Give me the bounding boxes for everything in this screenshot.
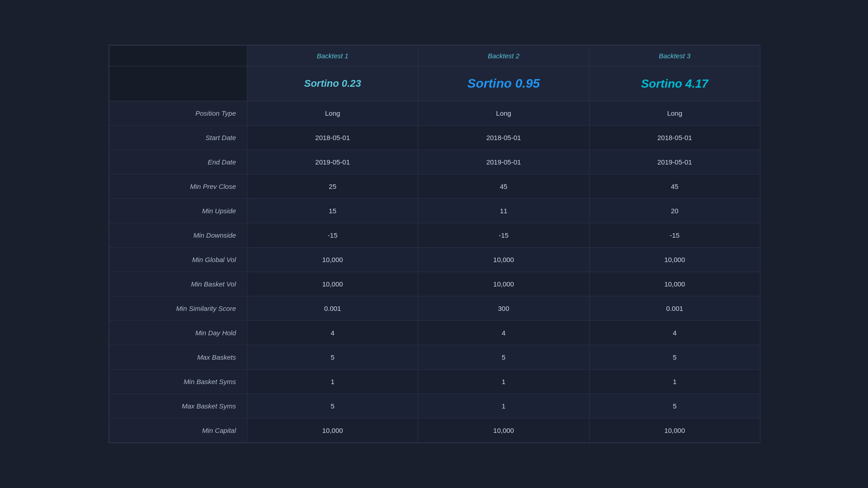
row-value-bt2: Long [418,101,589,126]
row-value-bt1: 5 [247,345,418,370]
row-value-bt3: 45 [589,174,760,199]
sortino-label-empty [109,66,247,101]
table-row: Min Downside-15-15-15 [109,223,760,248]
row-value-bt3: 2019-05-01 [589,150,760,174]
row-value-bt1: 10,000 [247,272,418,296]
row-value-bt3: 10,000 [589,418,760,443]
row-value-bt3: 5 [589,394,760,418]
row-value-bt1: Long [247,101,418,126]
table-row: Min Basket Vol10,00010,00010,000 [109,272,760,296]
row-label: Min Day Hold [109,321,247,345]
row-label: Min Basket Syms [109,370,247,394]
table-row: Min Prev Close254545 [109,174,760,199]
row-label: Max Basket Syms [109,394,247,418]
row-value-bt1: 5 [247,394,418,418]
table-row: Max Baskets555 [109,345,760,370]
row-value-bt3: 20 [589,199,760,223]
row-value-bt3: 4 [589,321,760,345]
row-value-bt2: -15 [418,223,589,248]
title-label-empty [109,46,247,66]
row-value-bt2: 4 [418,321,589,345]
row-label: End Date [109,150,247,174]
table-row: Min Upside151120 [109,199,760,223]
row-value-bt2: 1 [418,394,589,418]
row-value-bt2: 10,000 [418,418,589,443]
row-label: Min Downside [109,223,247,248]
backtest-2-sortino: Sortino 0.95 [418,66,589,101]
row-value-bt1: 15 [247,199,418,223]
row-label: Min Similarity Score [109,296,247,321]
row-label: Start Date [109,126,247,150]
row-label: Min Capital [109,418,247,443]
row-value-bt1: 4 [247,321,418,345]
row-value-bt3: 2018-05-01 [589,126,760,150]
table-row: End Date2019-05-012019-05-012019-05-01 [109,150,760,174]
backtest-1-sortino: Sortino 0.23 [247,66,418,101]
row-value-bt3: 1 [589,370,760,394]
row-value-bt2: 2018-05-01 [418,126,589,150]
row-value-bt2: 10,000 [418,272,589,296]
sortino-row: Sortino 0.23 Sortino 0.95 Sortino 4.17 [109,66,760,101]
row-value-bt1: 1 [247,370,418,394]
row-value-bt1: 10,000 [247,418,418,443]
row-value-bt3: 10,000 [589,248,760,272]
row-value-bt2: 1 [418,370,589,394]
table-row: Max Basket Syms515 [109,394,760,418]
table-row: Position TypeLongLongLong [109,101,760,126]
row-value-bt3: -15 [589,223,760,248]
row-value-bt2: 11 [418,199,589,223]
row-value-bt1: 2019-05-01 [247,150,418,174]
row-value-bt3: Long [589,101,760,126]
row-label: Position Type [109,101,247,126]
row-value-bt1: 10,000 [247,248,418,272]
row-value-bt2: 10,000 [418,248,589,272]
backtest-1-title: Backtest 1 [247,46,418,66]
row-label: Min Basket Vol [109,272,247,296]
row-value-bt1: 0.001 [247,296,418,321]
row-label: Min Prev Close [109,174,247,199]
row-value-bt2: 300 [418,296,589,321]
table-row: Min Global Vol10,00010,00010,000 [109,248,760,272]
row-value-bt2: 45 [418,174,589,199]
row-value-bt1: 25 [247,174,418,199]
row-label: Min Upside [109,199,247,223]
row-value-bt3: 10,000 [589,272,760,296]
row-label: Max Baskets [109,345,247,370]
table-row: Min Day Hold444 [109,321,760,345]
row-value-bt3: 0.001 [589,296,760,321]
comparison-table: Backtest 1 Backtest 2 Backtest 3 Sortino… [108,45,760,443]
row-value-bt2: 2019-05-01 [418,150,589,174]
table-row: Start Date2018-05-012018-05-012018-05-01 [109,126,760,150]
row-value-bt2: 5 [418,345,589,370]
table-row: Min Capital10,00010,00010,000 [109,418,760,443]
backtest-3-title: Backtest 3 [589,46,760,66]
row-value-bt3: 5 [589,345,760,370]
table-row: Min Basket Syms111 [109,370,760,394]
row-label: Min Global Vol [109,248,247,272]
backtest-2-title: Backtest 2 [418,46,589,66]
row-value-bt1: -15 [247,223,418,248]
row-value-bt1: 2018-05-01 [247,126,418,150]
table-row: Min Similarity Score0.0013000.001 [109,296,760,321]
backtest-title-row: Backtest 1 Backtest 2 Backtest 3 [109,46,760,66]
backtest-3-sortino: Sortino 4.17 [589,66,760,101]
